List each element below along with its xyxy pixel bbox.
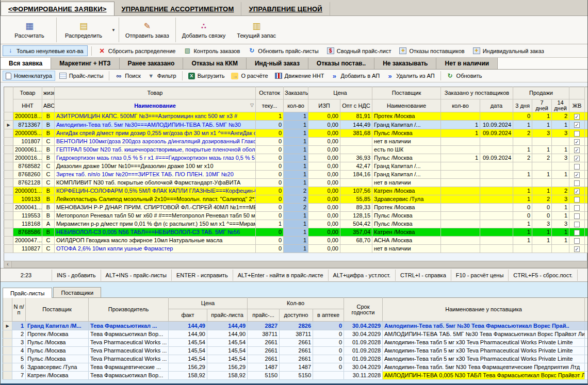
zhv-checkbox[interactable] <box>574 213 580 219</box>
view-tab-out-of-stock[interactable]: Нет в наличии <box>436 58 498 69</box>
nonzero-only-toggle[interactable]: Только ненулевые кол-ва <box>3 45 88 56</box>
table-row[interactable]: 118168 А Мирамистин р-р д/мест прим 0,01… <box>4 220 588 228</box>
table-row[interactable]: 8768260 С Зиртек таб. п/п/о 10мг №20===З… <box>4 171 588 179</box>
order-control-button[interactable]: Контроль заказов <box>181 45 243 56</box>
filter-button[interactable]: Фильтр <box>145 71 179 81</box>
view-tab-supplier-refusals[interactable]: Отказы постав.. <box>308 58 374 69</box>
table-row[interactable]: 119553 В Метопролол Реневал табл 50 мг x… <box>4 212 588 220</box>
table-row[interactable]: 109133 В Лейкопластырь Салипод мозольный… <box>4 195 588 204</box>
pricelist-row[interactable]: 2 Протек /Москва Тева Фармасьютикал Вор.… <box>3 330 588 339</box>
table-row[interactable]: 2000047... С ОИЛДРОП Гвоздика масло эфир… <box>4 237 588 245</box>
cell-order-qty[interactable]: 1 <box>284 121 308 129</box>
cell-order-qty[interactable]: 1 <box>284 179 308 187</box>
pricelist-row[interactable]: 5 Пульс /Москва Teva Pharmaceutical Work… <box>3 355 588 363</box>
scrollbar-track[interactable] <box>12 261 587 267</box>
cell-order-qty[interactable]: 1 <box>284 220 308 228</box>
table-row[interactable]: 8713367 В Амлодипин-Тева таб. 5мг №30===… <box>4 121 588 129</box>
view-tab-marketing-ntz[interactable]: Маркетинг + НТЗ <box>51 58 119 69</box>
distribute-dropdown-arrow[interactable]: ▼ <box>109 16 118 44</box>
zhv-checkbox[interactable] <box>574 246 580 252</box>
pricelist-row[interactable]: 3 Пульс /Москва Teva Pharmaceutical Work… <box>3 339 588 347</box>
pricelist-row[interactable]: 4 Пульс /Москва Teva Pharmaceutical Work… <box>3 347 588 355</box>
zhv-checkbox[interactable] <box>574 222 580 227</box>
table-row[interactable]: 2000001... В КОРФЕЦИН-СОЛОФАРМ 0,5% 5МЛ … <box>4 187 588 195</box>
zhv-checkbox[interactable] <box>574 147 580 153</box>
nnt-movement-button[interactable]: Движение ННТ <box>272 71 327 81</box>
about-calculation-button[interactable]: О расчёте <box>228 71 270 81</box>
table-row[interactable]: 110827 С ОТОФА 2,6% 10мл капли ушные Фар… <box>4 245 588 253</box>
cell-order-qty[interactable]: 1 <box>284 112 308 121</box>
zhv-checkbox[interactable] <box>574 238 580 244</box>
tab-assortment-management[interactable]: УПРАВЛЕНИЕ АССОРТИМЕНТОМ <box>115 2 242 15</box>
view-tab-kkm-refusals[interactable]: Отказы на ККМ <box>183 58 246 69</box>
table-row[interactable]: 2000041... В МЕНОВАЗИН Р-Р Д/НАР. ПРИМ. … <box>4 204 588 212</box>
cell-order-qty[interactable]: 2 <box>284 195 308 204</box>
zhv-checkbox[interactable] <box>574 205 580 211</box>
zhv-checkbox[interactable] <box>574 230 580 236</box>
header-name-sortable[interactable]: Наименование▽ <box>55 99 256 112</box>
table-row[interactable]: 2000016... В Гидрокортизон мазь глаз 0,5… <box>4 154 588 162</box>
summary-pricelist-button[interactable]: Сводный прайс-лист <box>324 45 395 56</box>
zhv-checkbox[interactable] <box>574 139 580 145</box>
zhv-checkbox[interactable] <box>574 172 580 178</box>
zhv-checkbox[interactable] <box>574 122 580 128</box>
reset-distribution-button[interactable]: Сбросить распределение <box>95 45 179 56</box>
cell-order-qty[interactable]: 1 <box>284 146 308 154</box>
zhv-checkbox[interactable] <box>574 189 580 194</box>
zhv-checkbox[interactable] <box>574 131 580 137</box>
pricelists-button[interactable]: Прайс-листы <box>57 71 106 81</box>
pricelist-row[interactable]: 6 Здравсервис /Тула Тева Фармацевтически… <box>3 363 588 372</box>
zhv-checkbox[interactable] <box>574 156 580 161</box>
calculate-button[interactable]: Рассчитать <box>4 16 55 44</box>
cell-order-qty[interactable]: 1 <box>284 228 308 237</box>
pricelist-row[interactable]: 7 Катрен /Москва Тева Фармасьютикал Вор.… <box>3 372 588 380</box>
tab-price-management[interactable]: УПРАВЛЕНИЕ ЦЕНОЙ <box>241 2 330 15</box>
cell-order-qty[interactable]: 1 <box>284 129 308 138</box>
view-tab-individual-order[interactable]: Инд-ный заказ <box>247 58 308 69</box>
scroll-left-arrow-icon[interactable]: ‹ <box>4 261 12 267</box>
table-row[interactable]: 2000018... В АЗИТРОМИЦИН КАПС. 500МГ №3=… <box>4 112 588 121</box>
zhv-checkbox[interactable] <box>574 164 580 170</box>
cell-order-qty[interactable]: 2 <box>284 187 308 195</box>
cell-order-qty[interactable]: 2 <box>284 204 308 212</box>
cell-order-qty[interactable]: 1 <box>284 237 308 245</box>
zhv-checkbox[interactable] <box>574 180 580 186</box>
table-row[interactable]: 8762128 С КОМПЛИВИТ N30 таб. покрытые об… <box>4 179 588 187</box>
cell-order-qty[interactable]: 1 <box>284 245 308 253</box>
zhv-checkbox[interactable] <box>574 197 580 203</box>
cell-order-qty[interactable]: 1 <box>284 154 308 162</box>
table-row[interactable]: 8768586 В НЕБИВОЛОЛ-СЗ 0,005 N56 ТАБЛ===… <box>4 228 588 237</box>
tab-pricelists[interactable]: Прайс-листы <box>3 288 52 298</box>
cell-order-qty[interactable]: 1 <box>284 162 308 171</box>
add-to-ap-button[interactable]: Добавить в АП <box>328 71 382 81</box>
sort-descending-icon[interactable]: ▽ <box>250 103 254 108</box>
table-row[interactable]: 8768582 С Диазолин драже 100мг №10===Диа… <box>4 162 588 171</box>
individual-order-button[interactable]: Индивидуальный заказ <box>470 45 547 56</box>
cell-order-qty[interactable]: 1 <box>284 212 308 220</box>
view-tab-previously-ordered[interactable]: Ранее заказано <box>120 58 184 69</box>
search-button[interactable]: Поиск <box>112 71 143 81</box>
table-row[interactable]: 2000005... В АнгиДак спрей д/мест прим д… <box>4 129 588 138</box>
table-row[interactable]: 101807 С ВЕНТОЛИН 100мкг/доза 200доз аэр… <box>4 138 588 146</box>
tab-suppliers[interactable]: Поставщики <box>53 287 101 297</box>
view-tab-do-not-order[interactable]: Не заказывать <box>374 58 436 69</box>
horizontal-scrollbar[interactable]: ‹ <box>4 261 587 268</box>
distribute-button[interactable]: Распределить <box>58 16 109 44</box>
remove-from-ap-button[interactable]: Удалить из АП <box>384 71 437 81</box>
refresh-pricelists-button[interactable]: Обновить прайс-листы <box>245 45 321 56</box>
pricelist-row[interactable]: 1 Гранд Капитал /М... Тева Фармасьютикал… <box>3 322 588 330</box>
zhv-checkbox[interactable] <box>574 114 580 120</box>
view-tab-all-order[interactable]: Вся заявка <box>1 58 51 69</box>
export-button[interactable]: Выгрузить <box>186 71 227 81</box>
nomenclature-button[interactable]: Номенклатура <box>3 71 55 81</box>
supplier-refusals-icon <box>399 47 406 54</box>
supplier-refusals-button[interactable]: Отказы поставщиков <box>396 45 467 56</box>
add-link-button[interactable]: Добавить связку <box>177 16 231 44</box>
tab-order-formation[interactable]: <ФОРМИРОВАНИЕ ЗАЯВКИ> <box>1 2 115 15</box>
cell-order-qty[interactable]: 1 <box>284 171 308 179</box>
send-order-button[interactable]: Отправить заказ <box>120 16 174 44</box>
refresh-button[interactable]: Обновить <box>444 71 485 81</box>
cell-order-qty[interactable]: 1 <box>284 138 308 146</box>
table-row[interactable]: 2000061... В ГЕПТРАЛ 500мг N20 таб. кише… <box>4 146 588 154</box>
current-stock-button[interactable]: Текущий запас <box>231 16 282 44</box>
